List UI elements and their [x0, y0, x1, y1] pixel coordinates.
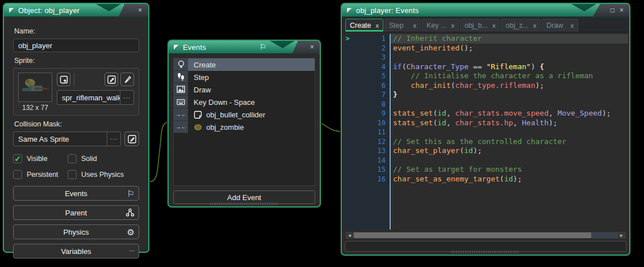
event-item-obj-bullet-collider[interactable]: →←obj_bullet_collider [174, 108, 315, 121]
tab-close-icon[interactable]: x [571, 22, 574, 29]
gutter-line[interactable]: 4 [343, 62, 390, 72]
gutter-line[interactable]: >1 [343, 34, 390, 44]
tab-key-[interactable]: Key ...x [422, 19, 459, 32]
tab-close-icon[interactable]: x [413, 22, 417, 29]
checkbox-box[interactable] [68, 170, 77, 179]
parent-button[interactable]: Parent [13, 205, 139, 220]
new-sprite-button[interactable] [57, 73, 70, 86]
gutter-line[interactable]: 10 [343, 118, 390, 128]
object-name-input[interactable]: obj_player [13, 39, 139, 52]
resize-grip[interactable] [210, 202, 278, 205]
tab-step[interactable]: Stepx [384, 19, 421, 32]
physics-button[interactable]: Physics⚙ [13, 224, 139, 239]
sprite-thumbnail[interactable] [18, 73, 52, 102]
edit-sprite-button[interactable] [104, 73, 118, 86]
gutter-line[interactable]: 11 [343, 128, 390, 137]
close-icon[interactable]: × [138, 7, 142, 14]
scrollbar-thumb[interactable] [354, 232, 591, 238]
code-window-titlebar[interactable]: obj_player: Events □ × [342, 4, 629, 17]
sprite-name-text: spr_rifleman_walk [57, 94, 120, 102]
code-editor[interactable]: >12345678910111213141516 // Inherit char… [343, 34, 628, 230]
code-line-3[interactable] [391, 53, 628, 62]
tab-label: obj_z... [505, 22, 528, 29]
code-line-6[interactable]: char_init(char_type.rifleman); [391, 81, 628, 91]
checkbox-box[interactable] [68, 154, 77, 163]
titlebar-corner: × [119, 4, 148, 16]
events-button[interactable]: Events⚐ [13, 186, 139, 201]
gutter-line[interactable]: 5 [343, 71, 390, 81]
tab-close-icon[interactable]: x [376, 22, 379, 29]
event-item-obj-zombie[interactable]: →←obj_zombie [174, 121, 315, 133]
code-line-12[interactable]: // Set this as the controlled character [391, 137, 628, 147]
button-label: Events [65, 189, 87, 198]
sprite-name-field[interactable]: spr_rifleman_walk ··· [57, 90, 134, 105]
scrollbar-track-remainder[interactable] [591, 232, 617, 238]
event-item-key-down-space[interactable]: Key Down - Space [174, 96, 315, 108]
resize-grip[interactable] [451, 251, 520, 253]
checkbox-persistent[interactable]: Persistent [13, 170, 68, 179]
gutter-line[interactable]: 3 [343, 53, 390, 62]
tab-create[interactable]: Createx [345, 19, 383, 32]
line-number: 2 [352, 44, 390, 52]
event-label-area: Step [188, 71, 315, 83]
collision-mask-picker-button[interactable]: ··· [107, 132, 120, 146]
gutter-line[interactable]: 9 [343, 109, 390, 118]
collision-mask-dropdown[interactable]: Same As Sprite ··· [13, 132, 121, 146]
horizontal-scrollbar[interactable]: ◄ ► [345, 231, 626, 239]
checkbox-uses-physics[interactable]: Uses Physics [68, 170, 139, 179]
code-line-10[interactable]: stats_set(id, char_stats.hp, Health); [391, 118, 628, 128]
event-item-draw[interactable]: Draw [174, 83, 315, 96]
events-window-titlebar[interactable]: Events ⚐ × [169, 41, 320, 54]
checkbox-solid[interactable]: Solid [68, 154, 139, 163]
close-icon[interactable]: × [620, 7, 624, 14]
collapse-triangle-icon[interactable] [347, 8, 352, 13]
variables-button[interactable]: Variables··· [13, 244, 139, 258]
code-line-4[interactable]: if(Character_Type == "Rifleman") { [391, 62, 628, 72]
code-line-7[interactable]: } [391, 90, 628, 100]
open-image-editor-button[interactable] [120, 73, 134, 86]
tab-draw[interactable]: Drawx [542, 19, 578, 32]
tab-obj-b-[interactable]: obj_b...x [460, 19, 500, 32]
code-line-13[interactable]: char_set_player(id); [391, 146, 628, 156]
close-icon[interactable]: × [310, 44, 314, 50]
code-text-area[interactable]: // Inherit characterevent_inherited();if… [391, 34, 628, 230]
sprite-picker-button[interactable]: ··· [120, 91, 133, 104]
event-item-step[interactable]: Step [174, 71, 315, 83]
gutter-line[interactable]: 7 [343, 90, 390, 100]
line-number: 10 [352, 119, 390, 127]
collapse-triangle-icon[interactable] [9, 8, 14, 13]
code-line-1[interactable]: // Inherit character [391, 34, 628, 44]
tab-close-icon[interactable]: x [492, 22, 496, 29]
maximize-icon[interactable]: □ [610, 7, 614, 14]
code-line-2[interactable]: event_inherited(); [391, 44, 628, 53]
gutter-line[interactable]: 16 [343, 175, 390, 184]
gutter-line[interactable]: 6 [343, 81, 390, 91]
button-separator [74, 73, 74, 86]
gutter-line[interactable]: 15 [343, 165, 390, 175]
object-window-titlebar[interactable]: Object: obj_player × [4, 4, 148, 17]
code-line-11[interactable] [391, 128, 628, 137]
gutter-line[interactable]: 8 [343, 100, 390, 109]
code-line-5[interactable]: // Initialise the character as a riflema… [391, 71, 628, 81]
tab-obj-z-[interactable]: obj_z...x [501, 19, 541, 32]
gutter-line[interactable]: 13 [343, 146, 390, 156]
code-line-8[interactable] [391, 100, 628, 109]
code-line-16[interactable]: char_set_as_enemy_target(id); [391, 175, 628, 184]
event-item-create[interactable]: Create [174, 58, 315, 71]
checkbox-visible[interactable]: ✓Visible [13, 154, 68, 163]
collision-mask-edit-button[interactable] [124, 132, 139, 146]
scroll-left-icon[interactable]: ◄ [345, 232, 354, 239]
checkbox-box[interactable]: ✓ [13, 154, 22, 163]
tab-close-icon[interactable]: x [451, 22, 454, 29]
tab-close-icon[interactable]: x [533, 22, 537, 29]
gutter-line[interactable]: 14 [343, 156, 390, 166]
code-line-9[interactable]: stats_set(id, char_stats.move_speed, Mov… [391, 109, 628, 118]
scroll-right-icon[interactable]: ► [617, 232, 626, 239]
gutter-line[interactable]: 12 [343, 137, 390, 147]
checkbox-box[interactable] [13, 170, 22, 179]
code-line-15[interactable]: // Set as target for monsters [391, 165, 628, 175]
collapse-triangle-icon[interactable] [174, 45, 179, 50]
gutter-line[interactable]: 2 [343, 44, 390, 53]
checkbox-label: Uses Physics [81, 171, 124, 179]
code-line-14[interactable] [391, 156, 628, 166]
